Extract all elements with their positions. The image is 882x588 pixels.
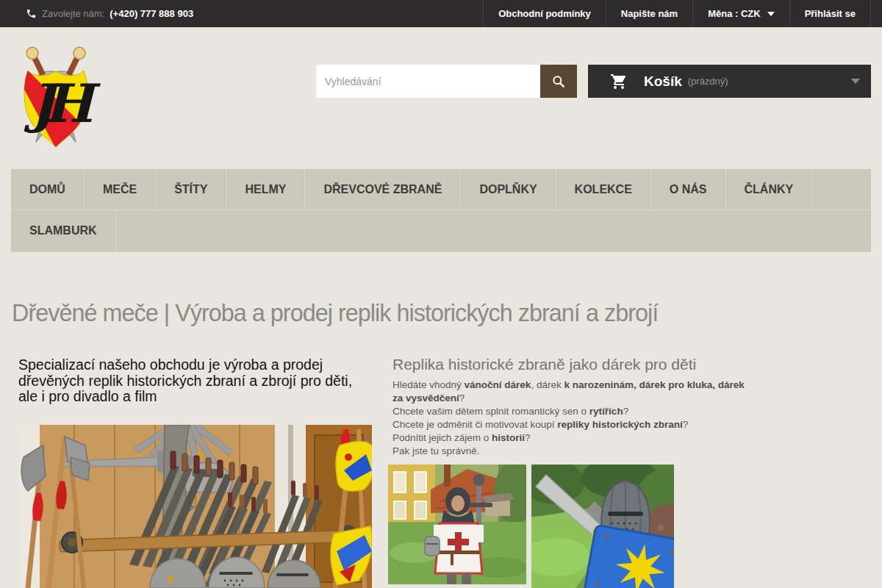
main-navigation: DOMŮ MEČE ŠTÍTY HELMY DŘEVCOVÉ ZBRANĚ DO… — [11, 169, 871, 252]
paragraph-line: Chcete je odměnit či motivovat koupí rep… — [392, 418, 748, 431]
nav-item-domu[interactable]: DOMŮ — [11, 169, 85, 209]
cart-icon — [610, 73, 628, 90]
chevron-down-icon — [767, 12, 775, 16]
search-button[interactable] — [540, 65, 577, 98]
nav-row-1: DOMŮ MEČE ŠTÍTY HELMY DŘEVCOVÉ ZBRANĚ DO… — [11, 169, 871, 210]
login-link[interactable]: Přihlásit se — [789, 0, 871, 27]
photo-knight-boy-templar — [388, 465, 526, 588]
top-bar: Zavolejte nám: (+420) 777 888 903 Obchod… — [0, 0, 882, 27]
cart-label: Košík — [644, 74, 682, 90]
phone-contact: Zavolejte nám: (+420) 777 888 903 — [26, 0, 193, 27]
shop-logo[interactable]: JH — [10, 37, 102, 158]
chevron-down-icon — [851, 79, 860, 84]
nav-item-slamburk[interactable]: SLAMBURK — [11, 210, 116, 252]
intro-paragraph: Hledáte vhodný vánoční dárek, dárek k na… — [392, 379, 748, 458]
phone-label: Zavolejte nám: — [42, 0, 104, 27]
left-column-heading: Specializací našeho obchodu je výroba a … — [18, 357, 373, 405]
nav-item-stity[interactable]: ŠTÍTY — [156, 169, 226, 209]
nav-item-o-nas[interactable]: O NÁS — [651, 169, 726, 209]
nav-item-kolekce[interactable]: KOLEKCE — [556, 169, 651, 209]
photo-weapons-workshop — [19, 425, 372, 588]
nav-row-2: SLAMBURK — [11, 210, 871, 252]
link-contact[interactable]: Napište nám — [606, 0, 692, 27]
nav-item-doplnky[interactable]: DOPLŇKY — [461, 169, 556, 209]
currency-selector[interactable]: Měna : CZK — [692, 0, 789, 27]
search-icon — [551, 74, 566, 89]
cart-button[interactable]: Košík (prázdný) — [588, 65, 871, 98]
paragraph-line: Pak jste tu správně. — [392, 445, 748, 458]
link-terms[interactable]: Obchodní podmínky — [483, 0, 606, 27]
paragraph-line: Chcete vašim dětem splnit romantický sen… — [392, 405, 748, 418]
search-input[interactable] — [316, 65, 540, 98]
right-column-heading: Replika historické zbraně jako dárek pro… — [392, 356, 696, 373]
paragraph-line: Podnítit jejich zájem o historii? — [392, 431, 748, 445]
photo-knight-boy-shield — [531, 465, 674, 588]
nav-item-mece[interactable]: MEČE — [85, 169, 156, 209]
paragraph-line: Hledáte vhodný vánoční dárek, dárek k na… — [392, 379, 748, 405]
phone-icon — [26, 8, 37, 19]
nav-item-drevcove-zbrane[interactable]: DŘEVCOVÉ ZBRANĚ — [305, 169, 461, 209]
kids-photos — [388, 465, 674, 588]
topbar-links: Obchodní podmínky Napište nám Měna : CZK… — [483, 0, 871, 27]
cart-status: (prázdný) — [688, 76, 728, 87]
logo-monogram: JH — [24, 72, 101, 135]
page-title: Dřevěné meče | Výroba a prodej replik hi… — [12, 298, 658, 327]
phone-number: (+420) 777 888 903 — [110, 0, 193, 27]
nav-item-clanky[interactable]: ČLÁNKY — [726, 169, 813, 209]
nav-item-helmy[interactable]: HELMY — [226, 169, 305, 209]
currency-label: Měna : CZK — [708, 0, 761, 27]
search-box — [316, 65, 577, 98]
